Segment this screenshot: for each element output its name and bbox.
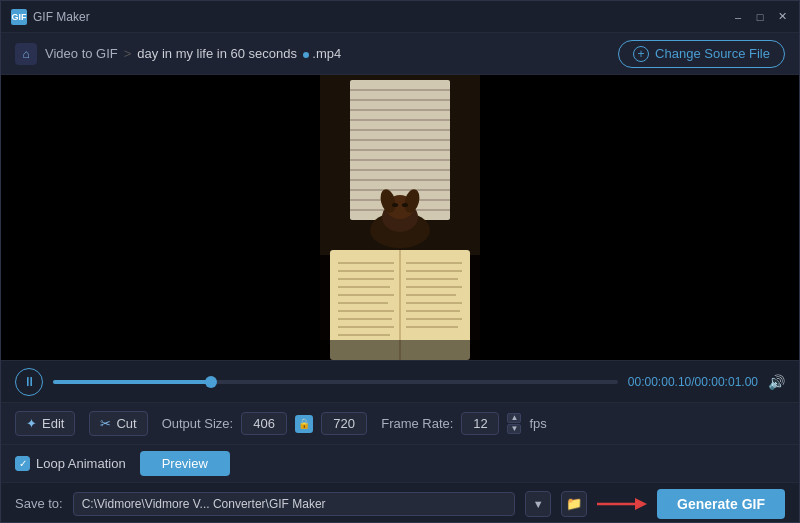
time-display: 00:00:00.10/00:00:01.00: [628, 375, 758, 389]
output-size-group: Output Size: 🔒: [162, 412, 368, 435]
nav-bar: ⌂ Video to GIF > day in my life in 60 se…: [1, 33, 799, 75]
generate-gif-button[interactable]: Generate GIF: [657, 489, 785, 519]
progress-fill: [53, 380, 211, 384]
frame-rate-spinner: ▲ ▼: [507, 413, 521, 434]
save-label: Save to:: [15, 496, 63, 511]
output-size-label: Output Size:: [162, 416, 234, 431]
red-arrow-indicator: [597, 494, 647, 514]
svg-point-21: [392, 203, 398, 207]
video-frame: [320, 75, 480, 360]
lock-button[interactable]: 🔒: [295, 415, 313, 433]
home-button[interactable]: ⌂: [15, 43, 37, 65]
svg-rect-44: [320, 340, 480, 360]
breadcrumb-file: day in my life in 60 seconds .mp4: [137, 46, 341, 61]
edit-icon: ✦: [26, 416, 37, 431]
progress-handle[interactable]: [205, 376, 217, 388]
change-source-button[interactable]: + Change Source File: [618, 40, 785, 68]
app-title: GIF Maker: [33, 10, 90, 24]
cut-button[interactable]: ✂ Cut: [89, 411, 147, 436]
browse-folder-button[interactable]: 📁: [561, 491, 587, 517]
title-bar-left: GIF GIF Maker: [11, 9, 90, 25]
save-dropdown-button[interactable]: ▼: [525, 491, 551, 517]
frame-rate-label: Frame Rate:: [381, 416, 453, 431]
app-icon: GIF: [11, 9, 27, 25]
cut-icon: ✂: [100, 416, 111, 431]
breadcrumb-video[interactable]: Video to GIF: [45, 46, 118, 61]
width-input[interactable]: [241, 412, 287, 435]
breadcrumb: Video to GIF > day in my life in 60 seco…: [45, 46, 341, 61]
video-content-svg: [320, 75, 480, 360]
controls-bar: ✦ Edit ✂ Cut Output Size: 🔒 Frame Rate: …: [1, 402, 799, 444]
save-path-input[interactable]: [73, 492, 515, 516]
window-controls: – □ ✕: [731, 10, 789, 24]
loop-checkbox-group: ✓ Loop Animation: [15, 456, 126, 471]
frame-rate-down[interactable]: ▼: [507, 424, 521, 434]
fps-label: fps: [529, 416, 546, 431]
breadcrumb-separator: >: [124, 46, 132, 61]
loop-label: Loop Animation: [36, 456, 126, 471]
video-preview-area: [1, 75, 799, 360]
title-bar: GIF GIF Maker – □ ✕: [1, 1, 799, 33]
loop-row: ✓ Loop Animation Preview: [1, 444, 799, 482]
plus-icon: +: [633, 46, 649, 62]
save-bar: Save to: ▼ 📁 Generate GIF: [1, 482, 799, 523]
minimize-button[interactable]: –: [731, 10, 745, 24]
pause-button[interactable]: ⏸: [15, 368, 43, 396]
svg-point-22: [402, 203, 408, 207]
frame-rate-input[interactable]: [461, 412, 499, 435]
frame-rate-group: Frame Rate: ▲ ▼ fps: [381, 412, 547, 435]
loop-checkbox[interactable]: ✓: [15, 456, 30, 471]
arrow-svg: [597, 494, 647, 514]
edit-button[interactable]: ✦ Edit: [15, 411, 75, 436]
maximize-button[interactable]: □: [753, 10, 767, 24]
preview-button[interactable]: Preview: [140, 451, 230, 476]
volume-button[interactable]: 🔊: [768, 374, 785, 390]
check-icon: ✓: [19, 458, 27, 469]
video-image: [320, 75, 480, 360]
nav-left: ⌂ Video to GIF > day in my life in 60 se…: [15, 43, 341, 65]
progress-bar[interactable]: [53, 380, 618, 384]
svg-marker-46: [635, 498, 647, 510]
file-dot-indicator: [303, 52, 309, 58]
frame-rate-up[interactable]: ▲: [507, 413, 521, 423]
playback-bar: ⏸ 00:00:00.10/00:00:01.00 🔊: [1, 360, 799, 402]
height-input[interactable]: [321, 412, 367, 435]
close-button[interactable]: ✕: [775, 10, 789, 24]
